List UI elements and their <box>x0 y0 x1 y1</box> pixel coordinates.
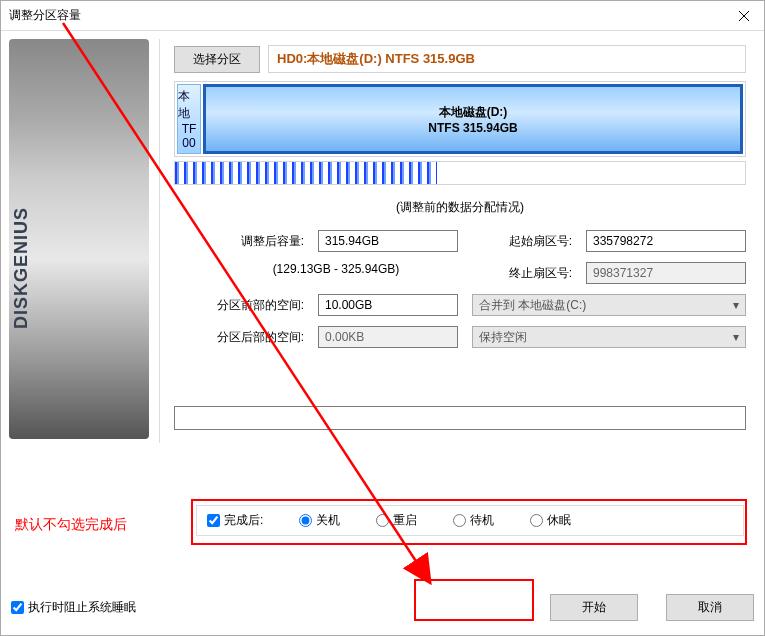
bottom-row: 执行时阻止系统睡眠 开始 取消 <box>11 594 754 621</box>
space-before-label: 分区前部的空间: <box>174 297 304 314</box>
chevron-down-icon: ▾ <box>733 298 739 312</box>
segment-fs: NTFS 315.94GB <box>428 121 517 135</box>
partition-select-row: 选择分区 HD0:本地磁盘(D:) NTFS 315.9GB <box>174 45 746 73</box>
start-sector-input[interactable] <box>586 230 746 252</box>
window-title: 调整分区容量 <box>9 7 81 24</box>
titlebar: 调整分区容量 <box>1 1 764 31</box>
partition-map[interactable]: 本地 TF 00 本地磁盘(D:) NTFS 315.94GB <box>174 81 746 157</box>
start-button[interactable]: 开始 <box>550 594 638 621</box>
options-container: 完成后: 关机 重启 待机 休眠 <box>196 505 744 536</box>
after-size-label: 调整后容量: <box>174 233 304 250</box>
start-sector-label: 起始扇区号: <box>472 233 572 250</box>
usage-bar <box>174 161 746 185</box>
prevent-sleep-checkbox[interactable]: 执行时阻止系统睡眠 <box>11 599 136 616</box>
after-complete-check[interactable] <box>207 514 220 527</box>
merge-to-select[interactable]: 合并到 本地磁盘(C:) ▾ <box>472 294 746 316</box>
main-panel: 选择分区 HD0:本地磁盘(D:) NTFS 315.9GB 本地 TF 00 … <box>170 39 756 443</box>
radio-restart[interactable]: 重启 <box>376 512 417 529</box>
usage-used <box>175 162 437 184</box>
after-complete-checkbox[interactable]: 完成后: <box>207 512 263 529</box>
space-after-input <box>318 326 458 348</box>
keep-free-select[interactable]: 保持空闲 ▾ <box>472 326 746 348</box>
radio-hibernate[interactable]: 休眠 <box>530 512 571 529</box>
dialog-window: 调整分区容量 DISKGENIUS 选择分区 HD0:本地磁盘(D:) NTFS… <box>0 0 765 636</box>
before-caption: (调整前的数据分配情况) <box>174 199 746 216</box>
select-partition-button[interactable]: 选择分区 <box>174 46 260 73</box>
chevron-down-icon: ▾ <box>733 330 739 344</box>
space-before-input[interactable] <box>318 294 458 316</box>
brand-label: DISKGENIUS <box>11 207 32 329</box>
end-sector-input <box>586 262 746 284</box>
cancel-button[interactable]: 取消 <box>666 594 754 621</box>
segment-name: 本地磁盘(D:) <box>439 104 508 121</box>
after-size-input[interactable] <box>318 230 458 252</box>
progress-bar <box>174 406 746 430</box>
end-sector-label: 终止扇区号: <box>472 265 572 282</box>
radio-standby[interactable]: 待机 <box>453 512 494 529</box>
close-button[interactable] <box>724 1 764 30</box>
selected-partition-label: HD0:本地磁盘(D:) NTFS 315.9GB <box>268 45 746 73</box>
partition-segment-main[interactable]: 本地磁盘(D:) NTFS 315.94GB <box>203 84 743 154</box>
field-grid: 调整后容量: 起始扇区号: (129.13GB - 325.94GB) 终止扇区… <box>174 230 746 348</box>
close-icon <box>738 10 750 22</box>
separator <box>159 39 160 443</box>
content-area: DISKGENIUS 选择分区 HD0:本地磁盘(D:) NTFS 315.9G… <box>1 31 764 451</box>
disk-illustration: DISKGENIUS <box>9 39 149 439</box>
partition-segment-small[interactable]: 本地 TF 00 <box>177 84 201 154</box>
radio-shutdown[interactable]: 关机 <box>299 512 340 529</box>
annotation-text: 默认不勾选完成后 <box>15 516 127 534</box>
after-complete-options: 完成后: 关机 重启 待机 休眠 <box>196 505 744 536</box>
usage-free <box>437 162 745 184</box>
space-after-label: 分区后部的空间: <box>174 329 304 346</box>
range-hint: (129.13GB - 325.94GB) <box>174 262 458 276</box>
